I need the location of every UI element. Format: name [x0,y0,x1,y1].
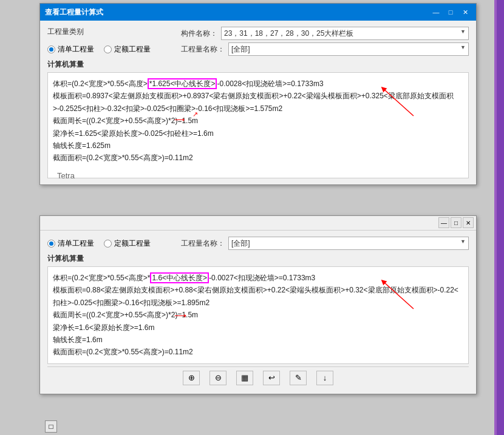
radio-quota-1[interactable]: 定额工程量 [104,44,151,55]
bottom-left-button[interactable]: □ [45,420,57,433]
radio-label-list-2: 清单工程量 [58,238,94,249]
window1-controls: — □ ✕ [430,7,471,18]
calc-line-2-3: 截面周长=((0.2<宽度>+0.55<高度>)*2)=1.5m⟶ [53,309,463,321]
mini-minimize-2[interactable]: — [438,217,449,228]
radio-label-quota-2: 定额工程量 [114,238,151,249]
toolbar-bottom: ⊕ ⊖ ▦ ↩ ✎ ↓ [47,366,469,388]
calc-line-1-1: 体积=(0.2<宽度>*0.55<高度>*1.625<中心线长度>-0.0028… [53,78,463,90]
component-label: 构件名称： [181,29,217,39]
calc-line-1-4: 梁净长=1.625<梁原始长度>-0.025<扣砼柱>=1.6m [53,127,463,140]
close-button-1[interactable]: ✕ [459,7,471,18]
toolbar-undo-button[interactable]: ↩ [263,371,280,385]
purple-strip-right [497,0,504,435]
radio-label-quota-1: 定额工程量 [114,44,151,55]
calc-line-1-5: 轴线长度=1.625m [53,140,463,152]
calc-line-2-6: 截面面积=(0.2<宽度>*0.55<高度>)=0.11m2 [53,346,463,358]
highlight-center-length-2: 1.6<中心线长度> [150,272,209,283]
calc-line-1-3: 截面周长=((0.2<宽度>+0.55<高度>)*2)=1.5m⟶↗ [53,115,463,127]
toolbar-add-button[interactable]: ⊕ [183,371,200,385]
radio-quota-2[interactable]: 定额工程量 [104,238,151,249]
highlight-center-length-1: *1.625<中心线长度> [148,78,217,89]
quantity-select-1[interactable]: [全部] [228,42,469,56]
calc-line-1-6: 截面面积=(0.2<宽度>*0.55<高度>)=0.11m2 [53,152,463,164]
toolbar-grid-button[interactable]: ▦ [236,371,253,385]
radio-dot-quota-1 [104,46,112,53]
calc-line-2-2: 模板面积=0.88<梁左侧原始支模面积>+0.88<梁右侧原始支模面积>+0.2… [53,284,463,309]
title-bar-1: 查看工程量计算式 — □ ✕ [40,4,476,21]
radio-list-2[interactable]: 清单工程量 [47,238,94,249]
calc-box-2: 体积=(0.2<宽度>*0.55<高度>*1.6<中心线长度>-0.0027<扣… [47,266,469,364]
minimize-button-1[interactable]: — [430,7,442,18]
radio-dot-list-1 [47,46,55,53]
radio-dot-list-2 [47,240,55,248]
quantity-label-2: 工程量名称： [181,238,225,249]
window1-body: 工程量类别 构件名称： 23，31，18，27，28，30，25大样栏板 清单工… [40,21,476,184]
window1-engineering-formula: 查看工程量计算式 — □ ✕ 工程量类别 构件名称： 23，31，18，27，2… [39,3,477,185]
calc-box-1: 体积=(0.2<宽度>*0.55<高度>*1.625<中心线长度>-0.0028… [47,72,469,178]
toolbar-edit-button[interactable]: ✎ [290,371,307,385]
quantity-label-1: 工程量名称： [181,44,225,55]
calc-line-2-1: 体积=(0.2<宽度>*0.55<高度>*1.6<中心线长度>-0.0027<扣… [53,272,463,284]
bottom-left-icon: □ [49,422,53,431]
calc-line-1-2: 模板面积=0.8937<梁左侧原始支模面积>+0.8937<梁右侧原始支模面积>… [53,90,463,115]
mini-close-2[interactable]: ✕ [463,217,474,228]
radio-label-list-1: 清单工程量 [58,44,94,55]
window2-engineering-formula: — □ ✕ 清单工程量 定额工程量 工程量名称： [全部] [39,215,477,394]
toolbar-minus-button[interactable]: ⊖ [209,371,226,385]
radio-list-1[interactable]: 清单工程量 [47,44,94,55]
calc-line-2-4: 梁净长=1.6<梁原始长度>=1.6m [53,322,463,334]
calc-label-2: 计算机算量 [47,254,469,264]
mini-maximize-2[interactable]: □ [451,217,461,228]
type-label: 工程量类别 [47,27,84,37]
mini-bar-2: — □ ✕ [40,216,476,231]
tetra-label: Tetra [57,171,75,180]
purple-strip-right2 [494,0,497,435]
component-select[interactable]: 23，31，18，27，28，30，25大样栏板 [221,27,469,40]
window1-title: 查看工程量计算式 [45,7,103,18]
calc-label-1: 计算机算量 [47,59,469,70]
radio-dot-quota-2 [104,240,112,248]
toolbar-down-button[interactable]: ↓ [316,371,333,385]
window2-body: 清单工程量 定额工程量 工程量名称： [全部] 计算机算量 体积=(0.2<宽度… [40,231,476,394]
quantity-select-2[interactable]: [全部] [228,237,469,250]
maximize-button-1[interactable]: □ [444,7,457,18]
calc-line-2-5: 轴线长度=1.6m [53,334,463,346]
